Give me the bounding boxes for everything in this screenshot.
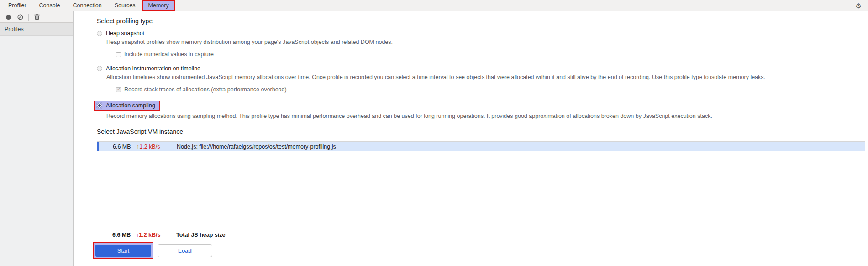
checkbox-include-numerical-values[interactable]: Include numerical values in capture [116,51,868,58]
vm-heap-size: 6.6 MB [113,144,137,150]
sidebar-item-profiles[interactable]: Profiles [0,23,73,36]
total-heap-row: 6.6 MB ↑1.2 kB/s Total JS heap size [112,232,868,238]
left-sidebar: Profiles [0,11,74,266]
allocation-timeline-label: Allocation instrumentation on timeline [106,65,200,72]
memory-panel-main: Select profiling type Heap snapshot Heap… [74,11,868,266]
checkbox-icon-record-stack-traces[interactable] [116,87,121,92]
start-button-annotation: Start [93,242,153,259]
include-numerical-label: Include numerical values in capture [124,51,214,58]
checkbox-icon-include-numerical[interactable] [116,52,121,57]
allocation-sampling-annotation: Allocation sampling [94,101,160,111]
tab-memory[interactable]: Memory [142,0,175,11]
checkbox-record-stack-traces[interactable]: Record stack traces of allocations (extr… [116,86,868,93]
profiles-label: Profiles [5,26,24,32]
total-heap-label: Total JS heap size [176,232,225,238]
total-heap-rate: ↑1.2 kB/s [136,232,166,238]
clear-icon[interactable] [16,13,24,21]
panel-layout: Profiles Select profiling type Heap snap… [0,11,868,266]
vm-instance-row[interactable]: 6.6 MB ↑1.2 kB/s Node.js: file:///home/r… [97,142,865,151]
tab-connection[interactable]: Connection [66,0,108,11]
allocation-timeline-description: Allocation timelines show instrumented J… [106,74,868,80]
record-icon[interactable] [5,13,12,21]
load-button[interactable]: Load [158,244,212,257]
devtools-tab-bar: Profiler Console Connection Sources Memo… [0,0,868,11]
allocation-sampling-description: Record memory allocations using sampling… [106,113,868,119]
heap-snapshot-label: Heap snapshot [106,30,144,37]
tabbar-divider [851,2,851,9]
action-buttons-row: Start Load [93,242,868,259]
start-button[interactable]: Start [95,245,151,257]
record-stack-traces-label: Record stack traces of allocations (extr… [124,86,287,93]
radio-icon-heap-snapshot[interactable] [97,31,102,36]
allocation-sampling-label[interactable]: Allocation sampling [106,102,155,109]
heap-snapshot-description: Heap snapshot profiles show memory distr… [106,39,868,45]
tab-sources[interactable]: Sources [108,0,142,11]
total-heap-size: 6.6 MB [112,232,136,238]
profiling-type-heading: Select profiling type [97,17,868,25]
vm-instance-heading: Select JavaScript VM instance [97,128,868,135]
toolbar-divider [28,14,29,21]
memory-toolbar [0,11,73,23]
vm-heap-rate: ↑1.2 kB/s [137,144,167,150]
delete-icon[interactable] [33,13,41,21]
vm-instance-name: Node.js: file:///home/rafaelgss/repos/os… [177,144,336,150]
vm-instance-list: 6.6 MB ↑1.2 kB/s Node.js: file:///home/r… [97,141,865,227]
tab-console[interactable]: Console [33,0,67,11]
gear-icon[interactable]: ⚙ [856,2,862,9]
radio-option-heap-snapshot[interactable]: Heap snapshot [97,30,868,37]
radio-icon-allocation-sampling[interactable] [97,103,102,108]
tab-profiler[interactable]: Profiler [2,0,33,11]
radio-option-allocation-timeline[interactable]: Allocation instrumentation on timeline [97,65,868,72]
radio-icon-allocation-timeline[interactable] [97,66,102,71]
